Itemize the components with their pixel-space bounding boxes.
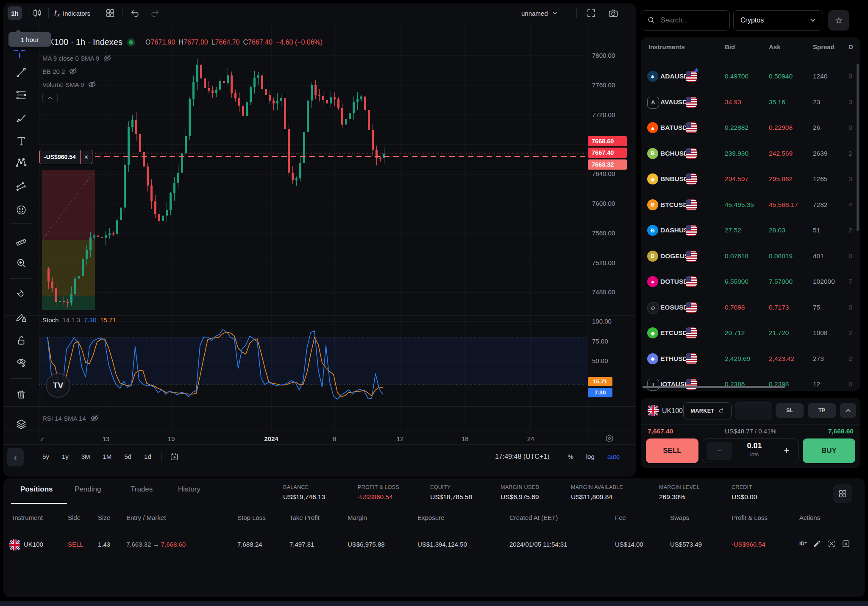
positions-table-row[interactable]: UK100SELL1.437,663.32 → 7,668.607,688.24… (3, 537, 865, 552)
position-instrument: UK100 (24, 541, 43, 548)
tab-positions[interactable]: Positions (20, 485, 53, 494)
tab-history[interactable]: History (178, 485, 200, 494)
range-button-3M[interactable]: 3M (79, 451, 93, 462)
bid-value: 27.52 (725, 226, 741, 234)
position-pnl-tag[interactable]: -US$960.54 ✕ (39, 150, 92, 164)
vertical-scrollbar[interactable] (857, 64, 859, 231)
column-entry-market: Entry / Market (126, 514, 166, 521)
us-flag-icon (686, 173, 697, 184)
range-button-1M[interactable]: 1M (100, 451, 114, 462)
quantity-plus-button[interactable]: + (778, 442, 796, 460)
take-profit-chip[interactable]: TP (808, 403, 836, 418)
search-box[interactable] (641, 10, 730, 31)
category-select[interactable]: Cryptos (733, 10, 823, 31)
summary-value: -US$960.54 (358, 493, 399, 501)
order-price-field[interactable] (735, 402, 772, 419)
buy-price: 7,668.60 (828, 427, 854, 435)
us-flag-icon (686, 353, 697, 364)
eye-off-icon[interactable] (88, 80, 96, 89)
date-range-row: 5y1y3M1M5d1d (40, 451, 179, 462)
us-flag-icon (686, 302, 697, 313)
tab-trades[interactable]: Trades (131, 485, 153, 494)
tradingview-logo[interactable]: TV (46, 373, 70, 398)
range-button-5y[interactable]: 5y (40, 451, 52, 462)
collapse-order-button[interactable] (840, 403, 856, 418)
watchlist-row-DOGEUSD[interactable]: ÐDOGEUSD0.076180.080194010 (641, 243, 860, 269)
instrument-symbol: ADAUSD (660, 73, 688, 80)
watchlist-row-ADAUSD[interactable]: ∗ADAUSD★0.497000.5094012400 (641, 64, 860, 89)
log-scale-button[interactable]: log (584, 451, 597, 462)
position-id-button[interactable]: ID⁺ (799, 541, 807, 547)
auto-scale-button[interactable]: auto (605, 451, 622, 462)
sell-button[interactable]: SELL (646, 438, 698, 463)
rsi-legend[interactable]: RSI 14 SMA 14 (42, 414, 99, 422)
positions-table-header: InstrumentSideSizeEntry / MarketStop Los… (3, 514, 865, 526)
spread-value: 7282 (813, 201, 827, 209)
open-label: O (145, 39, 150, 46)
us-flag-icon (686, 225, 697, 236)
indicator-row[interactable]: BB 20 2 (42, 67, 323, 75)
watchlist-row-BTCUSD[interactable]: BBTCUSD45,495.3545,568.1772824 (641, 192, 860, 218)
clock[interactable]: 17:49:48 (UTC+1) (495, 453, 550, 461)
eye-off-icon[interactable] (90, 414, 99, 422)
order-type-button[interactable]: MARKET (683, 402, 732, 419)
watchlist-row-IOTAUSD[interactable]: IIOTAUSD0.23860.2398120 (641, 371, 860, 391)
bid-value: 2,420.69 (725, 355, 750, 363)
ask-value: 0.7173 (769, 304, 789, 311)
instrument-symbol: BNBUSD (660, 175, 688, 183)
indicator-label: MA 9 close 0 SMA 9 (42, 55, 99, 62)
panel-layout-button[interactable] (833, 484, 852, 503)
close-position-icon[interactable] (842, 539, 850, 548)
instrument-symbol: ETCUSD (660, 329, 687, 337)
range-button-1y[interactable]: 1y (59, 451, 71, 462)
eye-off-icon[interactable] (69, 67, 77, 75)
legend-collapse-button[interactable] (42, 93, 58, 103)
watchlist-row-DASHUSD[interactable]: ÐDASHUSD27.5228.03512 (641, 218, 860, 243)
axis-settings-button[interactable] (604, 433, 615, 444)
watchlist-row-ETCUSD[interactable]: ◆ETCUSD20.71221.72010082 (641, 320, 860, 346)
range-button-1d[interactable]: 1d (142, 451, 154, 462)
position-take-profit: 7,497.81 (289, 541, 314, 548)
percent-scale-button[interactable]: % (565, 451, 576, 462)
price-tick: 7720.00 (592, 111, 634, 118)
quantity-minus-button[interactable]: − (707, 442, 732, 460)
summary-label: BALANCE (283, 484, 325, 490)
eye-off-icon[interactable] (103, 54, 111, 62)
ask-value: 35.16 (769, 98, 785, 106)
watchlist-row-BATUSD[interactable]: ▲BATUSD0.228820.22908260 (641, 115, 860, 140)
watchlist-row-EOSUSD[interactable]: ◇EOSUSD0.70980.7173750 (641, 295, 860, 320)
watchlist-row-BNBUSD[interactable]: ◆BNBUSD294.597295.86212653 (641, 166, 860, 192)
high-value: 7677.00 (184, 39, 208, 46)
range-button-5d[interactable]: 5d (122, 451, 134, 462)
uk-flag-icon (9, 539, 19, 550)
stoch-tick: 100.00 (592, 318, 634, 325)
summary-label: CREDIT (732, 484, 757, 490)
stop-loss-chip[interactable]: SL (776, 403, 804, 418)
day-change-value: 0 (849, 380, 852, 388)
price-tick: 7520.00 (592, 259, 634, 266)
search-input[interactable] (660, 16, 725, 25)
symbol-title[interactable]: UK100 · 1h · Indexes (42, 37, 122, 47)
coin-icon-DOGEUSD: Ð (647, 251, 658, 262)
indicator-row[interactable]: Volume SMA 9 (42, 80, 323, 89)
tab-pending[interactable]: Pending (75, 485, 101, 494)
close-position-tag-button[interactable]: ✕ (81, 154, 92, 160)
edit-position-icon[interactable] (813, 539, 821, 548)
stoch-params: 14 1 3 (62, 316, 80, 324)
indicator-row[interactable]: MA 9 close 0 SMA 9 (42, 54, 323, 62)
stoch-legend[interactable]: Stoch 14 1 3 7.30 15.71 (42, 316, 116, 324)
watchlist-row-DOTUSD[interactable]: ●DOTUSD6.550007.570001020007 (641, 269, 860, 294)
watchlist-row-BCHUSD[interactable]: BBCHUSD239.930242.56926392 (641, 141, 860, 166)
watchlist-row-AVAUSD[interactable]: AAVAUSD34.9335.16233 (641, 89, 860, 115)
favorites-button[interactable]: ☆ (828, 10, 849, 31)
time-axis[interactable]: 7131920248121824 (3, 433, 587, 444)
buy-button[interactable]: BUY (803, 438, 855, 463)
collapse-left-button[interactable]: ‹ (7, 448, 24, 466)
partial-close-icon[interactable] (827, 539, 836, 548)
coin-icon-BATUSD: ▲ (647, 122, 658, 133)
go-to-date-icon[interactable] (170, 452, 179, 461)
quantity-value[interactable]: 0.01 (735, 441, 773, 450)
watchlist-row-ETHUSD[interactable]: ◆ETHUSD2,420.692,423.422732 (641, 346, 860, 371)
horizontal-scrollbar[interactable] (643, 386, 785, 388)
day-change-value: 2 (849, 226, 852, 234)
